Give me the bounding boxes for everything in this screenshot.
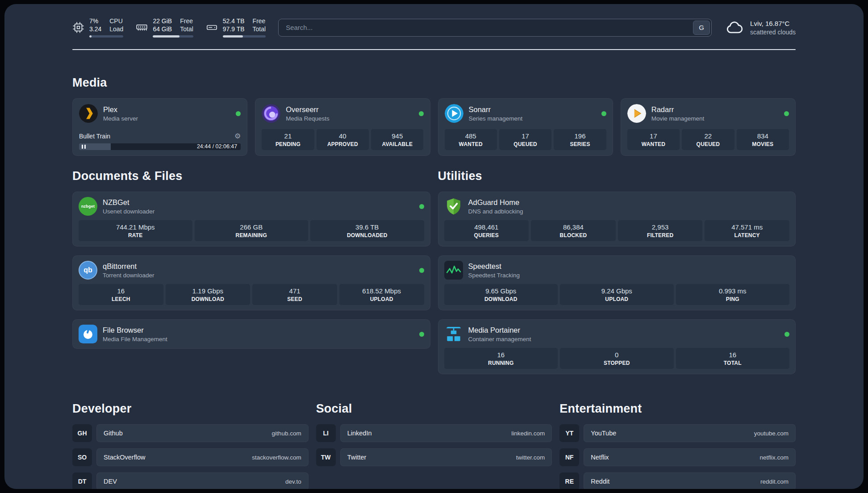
- stat-value: 945: [373, 132, 421, 140]
- speedtest-icon: [444, 261, 463, 280]
- disk-total-value: 97.9 TB: [223, 25, 245, 33]
- ram-total-value: 64 GiB: [153, 25, 172, 33]
- status-online-dot: [785, 332, 789, 337]
- ram-progress-track: [153, 35, 193, 38]
- dashboard-window: 7% CPU 3.24 Load 22 GiB Free 64 GiB Tota…: [4, 4, 864, 489]
- pause-icon[interactable]: [82, 145, 86, 149]
- stats-row: 16RUNNING 0STOPPED 16TOTAL: [444, 348, 790, 369]
- stat-value: 196: [555, 132, 604, 140]
- bookmark-name: Github: [104, 430, 123, 437]
- stat-value: 834: [739, 132, 787, 140]
- app-card-sonarr[interactable]: Sonarr Series management 485WANTED 17QUE…: [438, 98, 613, 156]
- stat-tile: 744.21 MbpsRATE: [79, 220, 192, 241]
- stat-tile: 834MOVIES: [737, 129, 789, 150]
- bookmark-netflix[interactable]: NF Netflixnetflix.com: [559, 448, 796, 466]
- bookmark-stackoverflow[interactable]: SO StackOverflowstackoverflow.com: [72, 448, 309, 466]
- portainer-icon: [444, 325, 463, 343]
- stat-value: 744.21 Mbps: [80, 223, 191, 231]
- app-name: Media Portainer: [468, 326, 531, 334]
- app-card-radarr[interactable]: Radarr Movie management 17WANTED 22QUEUE…: [621, 98, 796, 156]
- disk-label-bottom: Total: [253, 25, 266, 33]
- stat-label: LEECH: [80, 296, 162, 302]
- ram-usage-widget: 22 GiB Free 64 GiB Total: [136, 17, 193, 38]
- app-card-adguard[interactable]: AdGuard Home DNS and adblocking 498,461Q…: [438, 192, 796, 246]
- stat-label: APPROVED: [318, 141, 367, 147]
- stat-tile: 498,461QUERIES: [444, 220, 529, 241]
- stat-value: 9.24 Gbps: [562, 287, 672, 295]
- github-abbr-icon: GH: [72, 424, 92, 442]
- stat-label: LATENCY: [706, 232, 788, 238]
- stat-value: 21: [263, 132, 312, 140]
- app-card-plex[interactable]: Plex Media server Bullet Train ⚙ 24:44 /…: [72, 98, 247, 156]
- plex-now-playing: Bullet Train ⚙ 24:44 / 02:06:47: [79, 130, 241, 150]
- bookmarks-developer: Developer GH Githubgithub.com SO StackOv…: [72, 402, 309, 489]
- bookmark-name: Reddit: [591, 478, 609, 485]
- settings-gear-icon[interactable]: ⚙: [234, 132, 241, 140]
- bookmark-linkedin[interactable]: LI LinkedInlinkedin.com: [316, 424, 552, 442]
- stat-label: PING: [678, 296, 788, 302]
- bookmark-youtube[interactable]: YT YouTubeyoutube.com: [559, 424, 796, 442]
- stats-row: 16LEECH 1.19 GbpsDOWNLOAD 471SEED 618.52…: [79, 284, 424, 305]
- app-desc: Series management: [469, 115, 523, 122]
- bookmark-reddit[interactable]: RE Redditreddit.com: [559, 472, 796, 489]
- app-card-speedtest[interactable]: Speedtest Speedtest Tracking 9.65 GbpsDO…: [438, 255, 796, 310]
- bookmark-dev[interactable]: DT DEVdev.to: [72, 472, 309, 489]
- stat-value: 17: [501, 132, 550, 140]
- stat-label: TOTAL: [678, 360, 788, 366]
- status-online-dot: [419, 204, 424, 209]
- stats-row: 485WANTED 17QUEUED 196SERIES: [445, 129, 606, 150]
- search-input[interactable]: [279, 19, 692, 36]
- middle-columns: Documents & Files nzbget NZBGet Usenet d…: [72, 169, 796, 374]
- qbittorrent-icon-text: qb: [83, 266, 92, 274]
- app-card-portainer[interactable]: Media Portainer Container management 16R…: [438, 319, 796, 374]
- ram-free-value: 22 GiB: [153, 17, 172, 25]
- app-name: Overseerr: [286, 105, 330, 114]
- bookmark-url: netflix.com: [760, 454, 789, 461]
- stat-tile: 16TOTAL: [676, 348, 790, 369]
- stat-label: UPLOAD: [562, 296, 672, 302]
- stat-tile: 0STOPPED: [560, 348, 674, 369]
- reddit-abbr-icon: RE: [559, 472, 579, 489]
- app-card-qbittorrent[interactable]: qb qBittorrent Torrent downloader 16LEEC…: [72, 255, 430, 310]
- bookmark-github[interactable]: GH Githubgithub.com: [72, 424, 309, 442]
- plex-icon: [79, 104, 98, 123]
- playback-progress-bar[interactable]: 24:44 / 02:06:47: [79, 143, 241, 150]
- app-name: qBittorrent: [103, 262, 154, 271]
- app-desc: Media server: [103, 115, 138, 122]
- app-name: AdGuard Home: [468, 198, 523, 207]
- ram-usage-body: 22 GiB Free 64 GiB Total: [153, 17, 193, 38]
- status-online-dot: [236, 111, 241, 116]
- stat-label: FILTERED: [620, 232, 701, 238]
- app-name: NZBGet: [103, 198, 154, 207]
- stat-value: 266 GB: [196, 223, 307, 231]
- stats-row: 9.65 GbpsDOWNLOAD 9.24 GbpsUPLOAD 0.993 …: [444, 284, 790, 305]
- app-card-nzbget[interactable]: nzbget NZBGet Usenet downloader 744.21 M…: [72, 192, 430, 246]
- bookmark-twitter[interactable]: TW Twittertwitter.com: [316, 448, 552, 466]
- bookmark-url: stackoverflow.com: [252, 454, 301, 461]
- disk-progress-fill: [223, 35, 243, 38]
- stat-value: 0.993 ms: [678, 287, 788, 295]
- stat-tile: 196SERIES: [554, 129, 606, 150]
- status-online-dot: [419, 268, 424, 273]
- search-engine-button[interactable]: G: [693, 21, 710, 35]
- stat-label: QUERIES: [446, 232, 527, 238]
- stat-label: BLOCKED: [533, 232, 614, 238]
- stat-tile: 9.24 GbpsUPLOAD: [560, 284, 674, 305]
- stat-label: RATE: [80, 232, 191, 238]
- stat-value: 86,384: [533, 223, 614, 231]
- ram-memory-icon: [136, 21, 148, 33]
- section-title-social: Social: [316, 402, 552, 416]
- app-name: Speedtest: [468, 262, 520, 271]
- status-online-dot: [601, 111, 606, 116]
- bookmarks-entertainment: Entertainment YT YouTubeyoutube.com NF N…: [559, 402, 796, 489]
- weather-location: Lviv, 16.87°C: [750, 19, 796, 28]
- app-card-overseerr[interactable]: Overseerr Media Requests 21PENDING 40APP…: [255, 98, 430, 156]
- adguard-icon: [444, 197, 463, 216]
- app-card-filebrowser[interactable]: File Browser Media File Management: [72, 319, 430, 349]
- stat-value: 498,461: [446, 223, 527, 231]
- stat-label: UPLOAD: [341, 296, 422, 302]
- stats-row: 744.21 MbpsRATE 266 GBREMAINING 39.6 TBD…: [79, 220, 424, 241]
- stat-value: 485: [447, 132, 495, 140]
- app-name: Radarr: [651, 105, 705, 114]
- netflix-abbr-icon: NF: [559, 448, 579, 466]
